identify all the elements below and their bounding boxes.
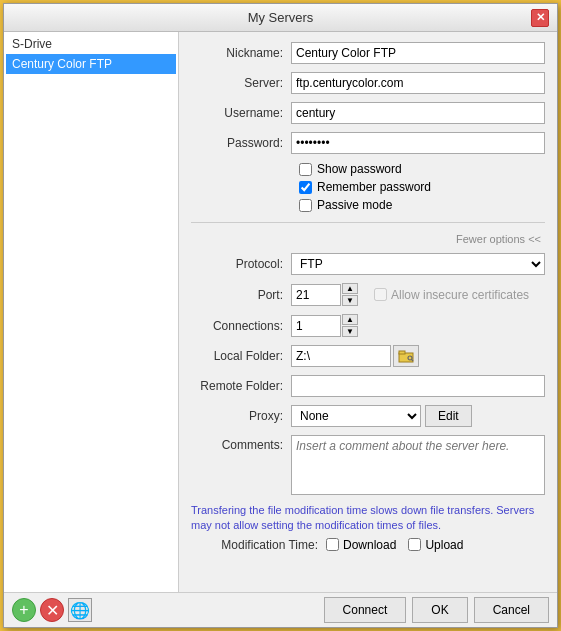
close-button[interactable]: ✕ <box>531 9 549 27</box>
port-down-button[interactable]: ▼ <box>342 295 358 306</box>
main-window: My Servers ✕ S-Drive Century Color FTP N… <box>3 3 558 628</box>
action-buttons: Connect OK Cancel <box>324 597 549 623</box>
info-text: Transfering the file modification time s… <box>191 503 545 534</box>
remote-folder-row: Remote Folder: <box>191 375 545 397</box>
port-label: Port: <box>191 288 291 302</box>
nickname-input[interactable] <box>291 42 545 64</box>
password-input[interactable] <box>291 132 545 154</box>
download-checkbox-row: Download <box>326 538 396 552</box>
comments-wrapper <box>291 435 545 495</box>
sidebar-item-sdrive[interactable]: S-Drive <box>6 34 176 54</box>
remember-password-checkbox[interactable] <box>299 181 312 194</box>
world-button[interactable]: 🌐 <box>68 598 92 622</box>
window-title: My Servers <box>30 10 531 25</box>
sidebar: S-Drive Century Color FTP <box>4 32 179 592</box>
edit-button[interactable]: Edit <box>425 405 472 427</box>
browse-button[interactable] <box>393 345 419 367</box>
username-row: Username: <box>191 102 545 124</box>
remember-password-row: Remember password <box>299 180 545 194</box>
main-content: S-Drive Century Color FTP Nickname: Serv… <box>4 32 557 592</box>
connections-label: Connections: <box>191 319 291 333</box>
upload-checkbox-row: Upload <box>408 538 463 552</box>
download-checkbox[interactable] <box>326 538 339 551</box>
toolbar: + ✕ 🌐 <box>12 598 92 622</box>
proxy-select[interactable]: None <box>291 405 421 427</box>
mod-time-label: Modification Time: <box>191 538 326 552</box>
local-folder-controls <box>291 345 419 367</box>
passive-mode-checkbox[interactable] <box>299 199 312 212</box>
nickname-label: Nickname: <box>191 46 291 60</box>
fewer-options[interactable]: Fewer options << <box>191 233 545 245</box>
remote-folder-input[interactable] <box>291 375 545 397</box>
upload-checkbox[interactable] <box>408 538 421 551</box>
server-row: Server: <box>191 72 545 94</box>
mod-time-row: Modification Time: Download Upload <box>191 538 545 552</box>
connections-spinner: ▲ ▼ <box>342 314 358 337</box>
connections-down-button[interactable]: ▼ <box>342 326 358 337</box>
proxy-row: Proxy: None Edit <box>191 405 545 427</box>
passive-mode-label: Passive mode <box>317 198 392 212</box>
allow-cert-row: Allow insecure certificates <box>374 288 529 302</box>
port-row: Port: ▲ ▼ Allow insecure certificates <box>191 283 545 306</box>
show-password-checkbox[interactable] <box>299 163 312 176</box>
download-label: Download <box>343 538 396 552</box>
cancel-button[interactable]: Cancel <box>474 597 549 623</box>
connections-row: Connections: ▲ ▼ <box>191 314 545 337</box>
add-server-button[interactable]: + <box>12 598 36 622</box>
show-password-label: Show password <box>317 162 402 176</box>
port-up-button[interactable]: ▲ <box>342 283 358 294</box>
comments-row: Comments: <box>191 435 545 495</box>
port-spinner: ▲ ▼ <box>342 283 358 306</box>
remove-server-button[interactable]: ✕ <box>40 598 64 622</box>
password-row: Password: <box>191 132 545 154</box>
comments-label: Comments: <box>191 435 291 452</box>
bottom-bar: + ✕ 🌐 Connect OK Cancel <box>4 592 557 627</box>
passive-mode-row: Passive mode <box>299 198 545 212</box>
sidebar-item-century[interactable]: Century Color FTP <box>6 54 176 74</box>
server-input[interactable] <box>291 72 545 94</box>
protocol-select[interactable]: FTP SFTP FTPS <box>291 253 545 275</box>
show-password-row: Show password <box>299 162 545 176</box>
browse-icon <box>398 349 414 363</box>
local-folder-label: Local Folder: <box>191 349 291 363</box>
password-label: Password: <box>191 136 291 150</box>
proxy-label: Proxy: <box>191 409 291 423</box>
svg-rect-1 <box>399 351 405 354</box>
separator-1 <box>191 222 545 223</box>
username-label: Username: <box>191 106 291 120</box>
allow-cert-label: Allow insecure certificates <box>391 288 529 302</box>
connections-up-button[interactable]: ▲ <box>342 314 358 325</box>
title-bar: My Servers ✕ <box>4 4 557 32</box>
comments-textarea[interactable] <box>291 435 545 495</box>
remember-password-label: Remember password <box>317 180 431 194</box>
server-label: Server: <box>191 76 291 90</box>
local-folder-row: Local Folder: <box>191 345 545 367</box>
local-folder-input[interactable] <box>291 345 391 367</box>
connections-input[interactable] <box>291 315 341 337</box>
upload-label: Upload <box>425 538 463 552</box>
protocol-row: Protocol: FTP SFTP FTPS <box>191 253 545 275</box>
port-input[interactable] <box>291 284 341 306</box>
remote-folder-label: Remote Folder: <box>191 379 291 393</box>
allow-cert-checkbox[interactable] <box>374 288 387 301</box>
protocol-label: Protocol: <box>191 257 291 271</box>
connect-button[interactable]: Connect <box>324 597 407 623</box>
nickname-row: Nickname: <box>191 42 545 64</box>
ok-button[interactable]: OK <box>412 597 467 623</box>
username-input[interactable] <box>291 102 545 124</box>
right-panel: Nickname: Server: Username: Password: S <box>179 32 557 592</box>
